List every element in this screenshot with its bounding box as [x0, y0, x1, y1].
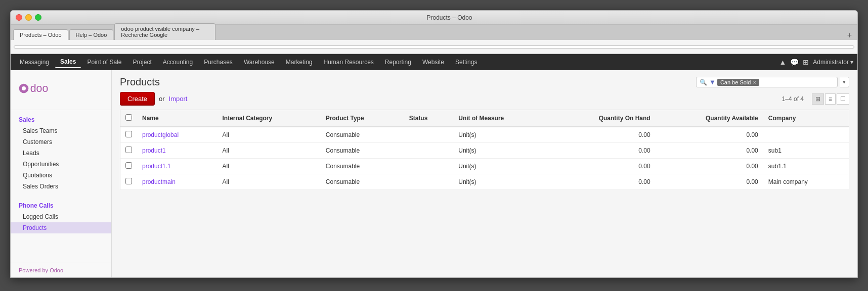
browser-tab-2[interactable]: odoo product visible company – Recherche…: [114, 23, 215, 40]
nav-human-resources[interactable]: Human Resources: [318, 57, 378, 68]
apps-icon[interactable]: ⊞: [803, 58, 809, 66]
view-buttons: ⊞ ≡ ☐: [812, 93, 849, 105]
row-status-3: [404, 174, 454, 190]
sidebar: doo Sales Sales Teams Customers Leads Op…: [11, 70, 112, 277]
table-row[interactable]: productmain All Consumable Unit(s) 0.00 …: [120, 174, 849, 190]
sidebar-section-title-phone-calls[interactable]: Phone Calls: [11, 200, 111, 211]
row-internal-category-0: All: [217, 127, 320, 143]
table-row[interactable]: product1.1 All Consumable Unit(s) 0.00 0…: [120, 159, 849, 174]
nav-messaging[interactable]: Messaging: [15, 57, 54, 68]
sidebar-item-opportunities[interactable]: Opportunities: [11, 159, 111, 170]
row-quantity-on-hand-0: 0.00: [549, 127, 656, 143]
row-name-1[interactable]: product1: [137, 143, 217, 159]
row-quantity-on-hand-3: 0.00: [549, 174, 656, 190]
nav-website[interactable]: Website: [417, 57, 449, 68]
col-header-quantity-on-hand: Quantity On Hand: [549, 110, 656, 127]
row-internal-category-1: All: [217, 143, 320, 159]
col-header-internal-category: Internal Category: [217, 110, 320, 127]
create-button[interactable]: Create: [120, 92, 155, 106]
nav-sales[interactable]: Sales: [55, 56, 81, 68]
chat-icon[interactable]: 💬: [790, 58, 799, 66]
col-header-unit-of-measure: Unit of Measure: [453, 110, 549, 127]
browser-tabs: Products – Odoo Help – Odoo odoo product…: [11, 25, 857, 40]
maximize-button[interactable]: [35, 14, 41, 21]
sidebar-item-products[interactable]: Products: [11, 222, 111, 233]
row-name-0[interactable]: productglobal: [137, 127, 217, 143]
table-header-checkbox: [120, 110, 138, 127]
sidebar-item-leads[interactable]: Leads: [11, 148, 111, 159]
row-select-1[interactable]: [125, 147, 132, 153]
alert-icon[interactable]: ▲: [779, 58, 786, 66]
footer-brand: Odoo: [50, 267, 63, 273]
row-status-1: [404, 143, 454, 159]
import-button[interactable]: Import: [169, 95, 188, 103]
nav-warehouse[interactable]: Warehouse: [239, 57, 280, 68]
sidebar-item-sales-teams[interactable]: Sales Teams: [11, 125, 111, 136]
row-quantity-available-1: 0.00: [656, 143, 763, 159]
row-internal-category-3: All: [217, 174, 320, 190]
admin-menu[interactable]: Administrator ▾: [813, 59, 853, 66]
nav-reporting[interactable]: Reporting: [380, 57, 416, 68]
nav-marketing[interactable]: Marketing: [281, 57, 318, 68]
select-all-checkbox[interactable]: [125, 114, 132, 121]
nav-accounting[interactable]: Accounting: [158, 57, 198, 68]
nav-project[interactable]: Project: [127, 57, 156, 68]
row-quantity-available-0: 0.00: [656, 127, 763, 143]
window-title: Products – Odoo: [47, 14, 852, 21]
view-form-button[interactable]: ☐: [837, 93, 849, 105]
footer-text: Powered by: [19, 267, 50, 273]
row-product-type-1: Consumable: [321, 143, 404, 159]
row-product-type-0: Consumable: [321, 127, 404, 143]
row-name-2[interactable]: product1.1: [137, 159, 217, 174]
traffic-lights: [16, 14, 41, 21]
row-company-2: sub1.1: [763, 159, 849, 174]
row-product-type-2: Consumable: [321, 159, 404, 174]
sidebar-item-logged-calls[interactable]: Logged Calls: [11, 211, 111, 222]
sidebar-logo: doo: [11, 70, 111, 110]
products-table: Name Internal Category Product Type Stat…: [120, 110, 849, 190]
row-checkbox-0: [120, 127, 138, 143]
col-header-company: Company: [763, 110, 849, 127]
nav-purchases[interactable]: Purchases: [199, 57, 238, 68]
view-list-button[interactable]: ≡: [825, 93, 836, 105]
row-checkbox-3: [120, 174, 138, 190]
sidebar-item-customers[interactable]: Customers: [11, 136, 111, 148]
pagination-text: 1–4 of 4: [782, 95, 804, 103]
search-filter-badge: Can be Sold ×: [717, 79, 759, 86]
close-button[interactable]: [16, 14, 22, 21]
search-input-wrap: 🔍 ▼ Can be Sold ×: [696, 77, 838, 87]
view-kanban-button[interactable]: ⊞: [812, 93, 824, 105]
row-quantity-on-hand-1: 0.00: [549, 143, 656, 159]
table-row[interactable]: productglobal All Consumable Unit(s) 0.0…: [120, 127, 849, 143]
minimize-button[interactable]: [25, 14, 32, 21]
sidebar-item-quotations[interactable]: Quotations: [11, 170, 111, 181]
browser-tab-0[interactable]: Products – Odoo: [13, 29, 68, 40]
col-header-quantity-available: Quantity Available: [656, 110, 763, 127]
sidebar-item-sales-orders[interactable]: Sales Orders: [11, 181, 111, 192]
row-quantity-available-3: 0.00: [656, 174, 763, 190]
url-bar-area: [11, 40, 857, 54]
nav-point-of-sale[interactable]: Point of Sale: [82, 57, 126, 68]
admin-chevron-icon: ▾: [850, 59, 853, 66]
row-select-0[interactable]: [125, 131, 132, 137]
admin-label: Administrator: [813, 59, 849, 66]
col-header-status: Status: [404, 110, 454, 127]
app-navbar: Messaging Sales Point of Sale Project Ac…: [11, 54, 857, 70]
search-dropdown-button[interactable]: ▾: [840, 77, 849, 87]
sidebar-footer: Powered by Odoo: [11, 263, 111, 277]
row-status-0: [404, 127, 454, 143]
sidebar-section-title-sales[interactable]: Sales: [11, 114, 111, 125]
sidebar-section-sales: Sales Sales Teams Customers Leads Opport…: [11, 110, 111, 196]
nav-settings[interactable]: Settings: [450, 57, 482, 68]
row-unit-of-measure-3: Unit(s): [453, 174, 549, 190]
browser-tab-1[interactable]: Help – Odoo: [69, 29, 114, 40]
row-select-3[interactable]: [125, 178, 132, 184]
toolbar: Create or Import 1–4 of 4 ⊞ ≡ ☐: [112, 92, 857, 110]
table-row[interactable]: product1 All Consumable Unit(s) 0.00 0.0…: [120, 143, 849, 159]
row-select-2[interactable]: [125, 162, 132, 169]
filter-remove-button[interactable]: ×: [753, 79, 756, 85]
row-name-3[interactable]: productmain: [137, 174, 217, 190]
url-bar[interactable]: [14, 45, 854, 48]
row-unit-of-measure-2: Unit(s): [453, 159, 549, 174]
new-tab-button[interactable]: +: [844, 31, 855, 40]
